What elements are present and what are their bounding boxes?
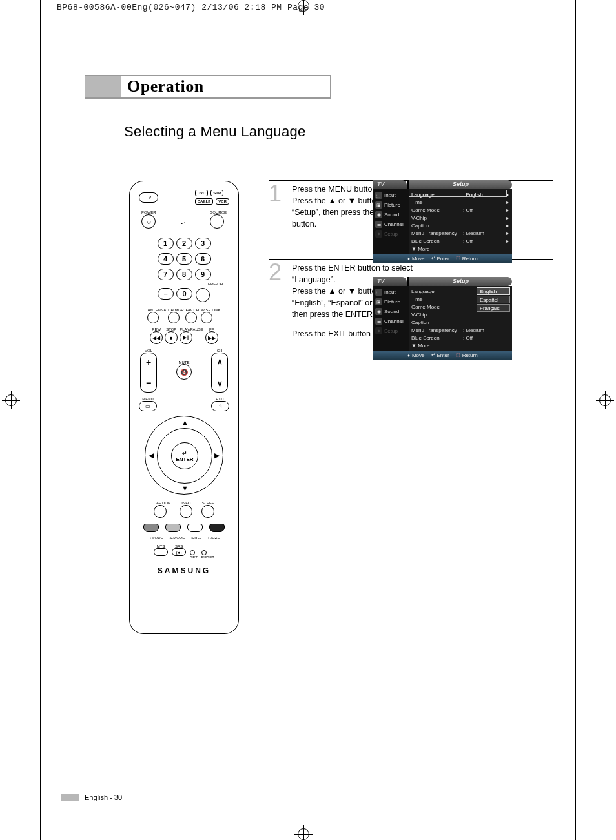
channel-icon: ☰ [375, 221, 382, 228]
setup-icon: ✦ [375, 230, 382, 238]
move-icon: ♦ [407, 256, 410, 261]
osd1-menutrans: Menu Transparency [411, 230, 463, 236]
vol-down-icon: − [146, 378, 151, 388]
osd1-content: Language: English▸ Time▸ Game Mode: Off▸… [409, 189, 512, 254]
osd2-channel: Channel [384, 318, 404, 324]
pmode-label: P.MODE [149, 536, 163, 540]
rew-icon: ◀◀ [150, 331, 163, 344]
dpad-down-icon: ▼ [181, 484, 189, 492]
rew-label: REW [150, 327, 163, 331]
picture-icon: ▣ [375, 298, 382, 305]
num-4: 4 [158, 253, 174, 265]
blue-button [209, 524, 225, 532]
yellow-button [187, 524, 203, 532]
num-3: 3 [195, 238, 211, 249]
remote-cable-button: CABLE [195, 198, 214, 205]
channel-icon: ☰ [375, 318, 382, 325]
remote-diagram: TV DVDSTB CABLEVCR POWER⏻ •• SOURCE 123 … [129, 181, 239, 634]
power-label: POWER [141, 210, 156, 214]
return-icon: ⬚ [456, 256, 460, 261]
return-icon: ⬚ [456, 353, 460, 358]
language-dropdown: English Español Français [477, 287, 510, 312]
osd1-time: Time [411, 200, 463, 205]
osd1-footer: ♦Move ↵Enter ⬚Return [373, 254, 512, 263]
wiselink-label: WISE LINK [201, 308, 220, 312]
osd2-vchip: V-Chip [411, 312, 463, 318]
osd1-enter: Enter [437, 256, 449, 261]
osd1-return: Return [462, 256, 478, 261]
osd-screenshot-1: TV Setup ⬚Input ▣Picture ◉Sound ☰Channel… [373, 180, 512, 263]
info-label: INFO [180, 501, 192, 505]
play-icon: ▶∥ [180, 331, 192, 344]
prech-button [196, 288, 210, 302]
banner-accent [85, 76, 121, 97]
srs-label: SRS [172, 544, 186, 548]
remote-tv-button: TV [139, 192, 158, 203]
registration-right-icon [599, 394, 611, 407]
num-1: 1 [158, 238, 174, 249]
prech-label: PRE-CH [208, 282, 223, 286]
brand-logo: SAMSUNG [158, 566, 210, 575]
dpad-ring: ▲ ▼ ◀ ▶ ↵ENTER [145, 416, 223, 495]
play-label: PLAY/PAUSE [180, 327, 203, 331]
vol-up-icon: + [146, 357, 151, 367]
srs-button: (●) [172, 548, 186, 556]
registration-bottom-icon [297, 828, 310, 840]
osd1-vchip: V-Chip [411, 215, 463, 221]
enter-icon: ↵ [431, 256, 435, 261]
setup-icon: ✦ [375, 327, 382, 334]
osd2-game: Game Mode [411, 304, 463, 310]
osd2-caption: Caption [411, 320, 463, 325]
osd1-move: Move [412, 256, 425, 261]
channel-rocker: ∧∨ [211, 353, 228, 393]
osd1-language: Language [411, 192, 463, 198]
menu-label: MENU [139, 397, 157, 401]
remote-stb-button: STB [210, 190, 223, 196]
move-icon: ♦ [407, 353, 410, 358]
source-button [210, 214, 224, 229]
osd1-sidebar: ⬚Input ▣Picture ◉Sound ☰Channel ✦Setup [373, 189, 409, 254]
power-icon: ⏻ [141, 214, 156, 229]
input-icon: ⬚ [375, 192, 382, 199]
ch-up-icon: ∧ [217, 357, 223, 366]
osd2-tv: TV [373, 277, 407, 286]
num-5: 5 [176, 253, 192, 265]
osd1-menutrans-v: : Medium [463, 230, 495, 236]
source-label: SOURCE [210, 210, 227, 214]
chmgr-label: CH MGR [168, 308, 183, 312]
info-button [180, 505, 192, 518]
mute-icon: 🔇 [176, 364, 192, 380]
osd1-channel: Channel [384, 221, 404, 227]
registration-left-icon [5, 394, 17, 407]
sleep-label: SLEEP [201, 501, 214, 505]
osd2-input: Input [384, 289, 396, 295]
step-2-number: 2 [269, 262, 285, 340]
stop-icon: ■ [165, 331, 178, 344]
sound-icon: ◉ [375, 308, 382, 315]
num-2: 2 [176, 238, 192, 249]
menu-button: ▭ [139, 401, 157, 411]
remote-vcr-button: VCR [216, 198, 229, 205]
still-label: STILL [191, 536, 201, 540]
num-8: 8 [176, 269, 192, 280]
lang-francais: Français [477, 304, 510, 312]
smode-label: S.MODE [169, 536, 185, 540]
psize-label: P.SIZE [208, 536, 220, 540]
footer-lang: English - [85, 794, 114, 801]
osd2-bluescreen-v: : Off [463, 335, 495, 341]
set-button [190, 550, 195, 555]
lang-espanol: Español [477, 296, 510, 303]
osd2-content: Language Time Game Mode V-Chip Caption M… [409, 286, 512, 351]
osd2-picture: Picture [384, 299, 400, 305]
step-1-number: 1 [269, 183, 285, 230]
osd2-footer: ♦Move ↵Enter ⬚Return [373, 351, 512, 360]
osd2-return: Return [462, 353, 478, 358]
osd2-time: Time [411, 296, 463, 302]
ff-icon: ▶▶ [205, 331, 218, 344]
caption-button [154, 505, 167, 518]
osd2-language: Language [411, 289, 463, 294]
osd2-title: Setup [409, 277, 512, 286]
ch-label: CH [211, 349, 228, 353]
enter-button: ↵ENTER [171, 442, 198, 469]
osd1-picture: Picture [384, 202, 400, 208]
